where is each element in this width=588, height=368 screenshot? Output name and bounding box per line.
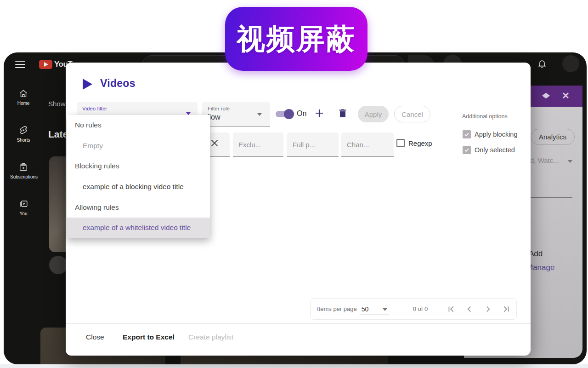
only-selected-checkbox-row[interactable]: Only selected	[463, 146, 515, 154]
menu-group-no-rules: No rules	[67, 115, 210, 136]
shorts-icon	[18, 125, 28, 135]
hamburger-menu-icon[interactable]	[15, 61, 25, 68]
notifications-bell-icon[interactable]	[537, 59, 548, 70]
export-to-excel-button[interactable]: Export to Excel	[123, 333, 175, 341]
cancel-button[interactable]: Cancel	[394, 106, 430, 122]
channel-avatar[interactable]	[49, 256, 68, 274]
feed-latest-heading: Late	[48, 129, 68, 140]
play-icon	[83, 79, 92, 90]
regexp-checkbox-row[interactable]: Regexp	[396, 139, 432, 147]
channel-field[interactable]: Chan...	[341, 132, 394, 157]
plus-icon	[314, 108, 325, 119]
checkbox-checked-icon[interactable]	[463, 130, 471, 138]
screenshot-root: YouT Home Shorts	[0, 0, 588, 368]
menu-option-whitelisted-example[interactable]: example of a whitelisted video title	[67, 218, 210, 238]
delete-filter-button[interactable]	[337, 108, 348, 121]
chevron-down-icon	[568, 160, 572, 163]
sidebar-item-home[interactable]: Home	[10, 88, 37, 106]
prev-page-icon[interactable]	[464, 304, 475, 314]
you-icon	[18, 199, 28, 209]
sidebar-item-shorts[interactable]: Shorts	[10, 125, 37, 143]
filter-rule-select[interactable]: Filter rule llow	[202, 102, 270, 127]
chevron-down-icon	[383, 308, 387, 311]
panel-divider	[530, 197, 572, 198]
toggle-label: On	[297, 109, 306, 118]
checkbox-unchecked-icon[interactable]	[396, 139, 405, 147]
panel-resize-icon[interactable]	[542, 93, 550, 98]
trash-icon	[337, 108, 348, 119]
last-page-icon[interactable]	[501, 304, 511, 314]
sidebar-item-you[interactable]: You	[10, 199, 37, 216]
apply-button[interactable]: Apply	[358, 106, 389, 122]
footer-divider	[66, 323, 531, 324]
menu-group-blocking-rules: Blocking rules	[67, 156, 210, 177]
panel-close-icon[interactable]: ✕	[562, 91, 570, 100]
account-avatar[interactable]	[562, 55, 579, 72]
create-playlist-button[interactable]: Create playlist	[188, 333, 233, 341]
dialog-title: Videos	[100, 77, 136, 90]
additional-options-title: Additional options	[462, 113, 508, 120]
menu-group-allowing-rules: Allowing rules	[67, 197, 210, 218]
banner-text: 视频屏蔽	[237, 20, 356, 58]
add-filter-button[interactable]	[314, 108, 325, 121]
filter-enabled-toggle[interactable]	[276, 109, 293, 119]
close-button[interactable]: Close	[86, 333, 104, 341]
menu-option-blocking-example[interactable]: example of a blocking video title	[67, 177, 210, 197]
checkbox-checked-icon[interactable]	[463, 146, 471, 154]
chevron-down-icon	[257, 113, 262, 116]
items-per-page-select[interactable]: 50	[362, 305, 389, 313]
clear-icon[interactable]	[209, 138, 220, 148]
first-page-icon[interactable]	[446, 304, 456, 314]
annotation-banner: 视频屏蔽	[225, 7, 368, 71]
pagination-bar: Items per page 50 0 of 0	[310, 298, 517, 320]
analytics-button[interactable]: Analytics	[531, 129, 575, 145]
subscriptions-icon	[18, 162, 28, 172]
sidebar-item-subscriptions[interactable]: Subscriptions	[10, 162, 37, 179]
pagination-range: 0 of 0	[413, 305, 428, 312]
menu-option-empty[interactable]: Empty	[67, 136, 210, 156]
full-phrase-field[interactable]: Full p...	[287, 132, 339, 157]
panel-filter-select[interactable]: d, Watc...	[530, 156, 576, 164]
exclude-field[interactable]: Exclu...	[233, 132, 283, 157]
home-icon	[18, 88, 28, 98]
video-filter-dropdown-menu: No rules Empty Blocking rules example of…	[67, 115, 210, 238]
youtube-play-icon	[39, 60, 52, 69]
apply-blocking-checkbox-row[interactable]: Apply blocking	[463, 130, 518, 138]
next-page-icon[interactable]	[483, 304, 493, 314]
feed-show-text: Show	[48, 100, 66, 108]
window-bottom-gap	[0, 364, 588, 368]
panel-manage-link[interactable]: Manage	[526, 263, 554, 272]
